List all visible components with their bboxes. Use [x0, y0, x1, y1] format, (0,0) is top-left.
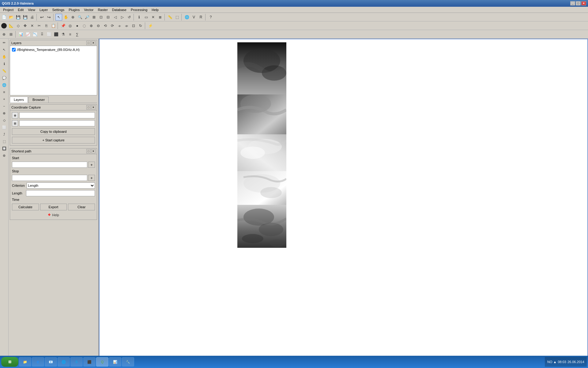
- coord-expand-btn[interactable]: □: [86, 105, 91, 109]
- zoom-in-left-btn[interactable]: +: [1, 96, 8, 102]
- menu-view[interactable]: View: [26, 7, 37, 12]
- chart-area-btn[interactable]: 📉: [32, 31, 38, 38]
- tab-browser[interactable]: Browser: [28, 97, 49, 103]
- copy-features-btn[interactable]: ⎘: [43, 22, 50, 29]
- menu-layer[interactable]: Layer: [38, 7, 50, 12]
- raster-left-btn[interactable]: 🔲: [1, 145, 8, 152]
- criterion-select[interactable]: Length Time: [27, 182, 95, 189]
- snap-left-btn[interactable]: ⊕: [1, 110, 8, 117]
- maximize-button[interactable]: □: [576, 1, 581, 6]
- taskbar-skype[interactable]: S: [70, 357, 83, 366]
- sp-close-btn[interactable]: ✕: [91, 149, 96, 153]
- del-ring-btn[interactable]: ◌: [81, 22, 88, 29]
- profile-left-btn[interactable]: ⬚: [1, 138, 8, 145]
- delete-selected-btn[interactable]: ✕: [29, 22, 36, 29]
- length-input[interactable]: [26, 190, 95, 196]
- open-table-btn[interactable]: ≣: [157, 14, 164, 21]
- taskbar-chrome[interactable]: 🌐: [58, 357, 70, 366]
- new-project-btn[interactable]: 📄: [1, 14, 7, 21]
- gps-left-btn[interactable]: ⊛: [1, 152, 8, 159]
- measure-left-btn[interactable]: 📏: [1, 67, 8, 74]
- menu-database[interactable]: Database: [110, 7, 128, 12]
- start-capture-btn[interactable]: + Start capture: [12, 137, 95, 144]
- refresh-btn[interactable]: ↺: [126, 14, 133, 21]
- add-ring-btn[interactable]: ◎: [67, 22, 74, 29]
- menu-edit[interactable]: Edit: [16, 7, 25, 12]
- zoom-full-btn[interactable]: ⊠: [91, 14, 97, 21]
- offset-btn[interactable]: ⟳: [109, 22, 116, 29]
- zoom-next-btn[interactable]: ▷: [119, 14, 126, 21]
- move-feature-btn[interactable]: ✥: [22, 22, 28, 29]
- plugin-btn[interactable]: ⚡: [147, 22, 154, 29]
- tab-layers[interactable]: Layers: [10, 97, 28, 103]
- feature-left-btn[interactable]: ⬜: [1, 124, 8, 131]
- undo-btn[interactable]: ↩: [39, 14, 45, 21]
- taskbar-file[interactable]: 📊: [109, 357, 121, 366]
- start-input[interactable]: [12, 162, 87, 168]
- node-tool-btn[interactable]: ⊡: [130, 22, 137, 29]
- digitize-btn[interactable]: 📐: [8, 22, 14, 29]
- save-project-btn[interactable]: 💾: [15, 14, 21, 21]
- select-rect-btn[interactable]: ▭: [143, 14, 149, 21]
- digitize2-btn[interactable]: 📌: [60, 22, 66, 29]
- taskbar-explorer[interactable]: 📁: [19, 357, 31, 366]
- menu-plugins[interactable]: Plugins: [67, 7, 81, 12]
- plugin-left-btn[interactable]: 🌐: [1, 82, 8, 88]
- digitize-left-btn[interactable]: ✏: [1, 39, 8, 46]
- coord-x-input[interactable]: [19, 112, 95, 118]
- layer-left-btn[interactable]: ≡: [1, 89, 8, 95]
- merge-btn[interactable]: ⟚: [123, 22, 130, 29]
- help-btn[interactable]: ?: [207, 14, 214, 21]
- menu-vector[interactable]: Vector: [82, 7, 95, 12]
- menu-processing[interactable]: Processing: [129, 7, 149, 12]
- open-project-btn[interactable]: 📂: [8, 14, 14, 21]
- zoom-out-left-btn[interactable]: −: [1, 103, 8, 109]
- chart-profile-btn[interactable]: ⬜: [46, 31, 52, 38]
- circle-tool-btn[interactable]: [1, 22, 7, 29]
- redo-btn[interactable]: ↪: [46, 14, 52, 21]
- deselect-btn[interactable]: ✕: [150, 14, 156, 21]
- layer-item[interactable]: //Brightness_Temperature_(89.0GHz-A,H): [11, 47, 96, 52]
- topology-btn[interactable]: ⊞: [8, 31, 14, 38]
- del-part-btn[interactable]: ⊖: [95, 22, 102, 29]
- split-btn[interactable]: ⟛: [116, 22, 123, 29]
- zoom-in-btn[interactable]: 🔍: [77, 14, 83, 21]
- zoom-out-btn[interactable]: 🔎: [84, 14, 90, 21]
- menu-project[interactable]: Project: [1, 7, 15, 12]
- taskbar-ie[interactable]: e: [32, 357, 44, 366]
- chart-line-btn[interactable]: 📈: [24, 31, 31, 38]
- clear-btn[interactable]: Clear: [68, 204, 95, 210]
- chart-scatter-btn[interactable]: ⠿: [39, 31, 45, 38]
- stop-input[interactable]: [12, 175, 87, 181]
- add-wms-btn[interactable]: 🌐: [183, 14, 190, 21]
- reshape-btn[interactable]: ⟲: [102, 22, 109, 29]
- zoom-selection-btn[interactable]: ⊟: [105, 14, 111, 21]
- rotate-btn[interactable]: ↻: [137, 22, 144, 29]
- taskbar-qgis[interactable]: Q: [96, 357, 108, 366]
- zoom-last-btn[interactable]: ◁: [112, 14, 119, 21]
- add-raster-btn[interactable]: R: [198, 14, 204, 21]
- vertex-left-btn[interactable]: ◇: [1, 117, 8, 124]
- chart-swipe-btn[interactable]: ⬛: [53, 31, 59, 38]
- edit-nodes-btn[interactable]: ◇: [15, 22, 21, 29]
- help-row[interactable]: ❖ Help: [12, 212, 95, 218]
- stop-plus-btn[interactable]: +: [88, 175, 95, 181]
- snap-btn[interactable]: ⊕: [1, 31, 7, 38]
- identify-left-btn[interactable]: ℹ: [1, 60, 8, 67]
- map-canvas[interactable]: [99, 39, 588, 361]
- copy-to-clipboard-btn[interactable]: Copy to clipboard: [12, 128, 95, 135]
- select-left-btn[interactable]: ↖: [1, 46, 8, 53]
- coord-y-input[interactable]: [19, 120, 95, 126]
- close-button[interactable]: ✕: [581, 1, 586, 6]
- identify-btn[interactable]: ℹ: [136, 14, 142, 21]
- menu-help[interactable]: Help: [150, 7, 160, 12]
- layers-expand-btn[interactable]: □: [86, 41, 91, 45]
- taskbar-outlook[interactable]: 📧: [45, 357, 57, 366]
- annotation-left-btn[interactable]: 💬: [1, 75, 8, 81]
- add-vector-btn[interactable]: V: [190, 14, 197, 21]
- print-btn[interactable]: 🖨: [29, 14, 36, 21]
- coord-close-btn[interactable]: ✕: [91, 105, 96, 109]
- pan-left-btn[interactable]: ✋: [1, 53, 8, 60]
- menu-settings[interactable]: Settings: [50, 7, 66, 12]
- measure-area-btn[interactable]: ⬚: [174, 14, 180, 21]
